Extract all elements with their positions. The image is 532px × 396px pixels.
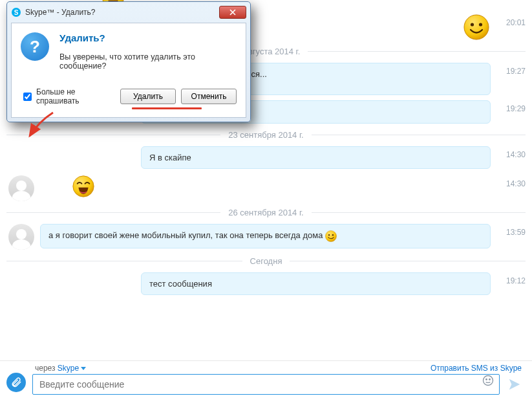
dialog-titlebar[interactable]: Skype™ - Удалить? <box>7 2 250 23</box>
delete-confirm-dialog: Skype™ - Удалить? ? Удалить? Вы уверены,… <box>6 1 251 122</box>
avatar[interactable] <box>8 175 34 201</box>
timestamp: 19:12 <box>495 272 526 285</box>
svg-point-7 <box>486 379 487 380</box>
via-skype-link[interactable]: Skype <box>58 364 79 373</box>
dialog-heading: Удалить? <box>59 32 237 43</box>
timestamp: 20:01 <box>495 14 526 27</box>
dont-ask-checkbox-label[interactable]: Больше не спрашивать <box>21 87 115 105</box>
timestamp: 13:59 <box>495 224 526 237</box>
timestamp: 14:30 <box>495 146 526 159</box>
close-button[interactable] <box>219 6 246 19</box>
message-bubble[interactable]: тест сообщения <box>141 272 491 295</box>
message-input[interactable] <box>32 374 500 395</box>
timestamp: 14:30 <box>495 175 526 188</box>
date-separator: 23 сентября 2014 г. <box>6 130 526 140</box>
svg-point-6 <box>484 376 493 386</box>
timestamp: 19:27 <box>495 63 526 76</box>
avatar[interactable] <box>8 224 34 250</box>
laugh-emoji-icon <box>72 175 94 197</box>
svg-point-8 <box>489 379 491 380</box>
attach-button[interactable] <box>6 373 26 392</box>
question-icon: ? <box>21 32 49 61</box>
emoji-picker-button[interactable] <box>482 374 495 389</box>
dont-ask-checkbox[interactable] <box>23 93 32 101</box>
dialog-message: Вы уверены, что хотите удалить это сообщ… <box>59 52 237 71</box>
date-separator: 26 сентября 2014 г. <box>6 208 526 217</box>
message-bubble[interactable]: а я говорит своей жене мобильный купил, … <box>40 224 491 248</box>
send-button[interactable] <box>505 375 524 394</box>
composer: через Skype Отправить SMS из Skype <box>0 361 532 396</box>
timestamp: 19:51 <box>495 0 526 1</box>
chevron-down-icon[interactable] <box>81 367 86 370</box>
dialog-window-title: Skype™ - Удалить? <box>25 8 96 17</box>
message-bubble[interactable]: Я в скайпе <box>141 146 491 169</box>
skype-icon <box>11 7 21 17</box>
date-separator: Сегодня <box>6 256 526 266</box>
smile-emoji-icon <box>325 230 337 242</box>
via-label: через Skype <box>35 364 86 373</box>
send-sms-link[interactable]: Отправить SMS из Skype <box>431 364 522 373</box>
delete-button[interactable]: Удалить <box>120 89 176 104</box>
cancel-button[interactable]: Отменить <box>181 89 237 104</box>
timestamp: 19:29 <box>495 100 526 113</box>
annotation-underline <box>132 107 202 109</box>
smile-emoji-icon <box>463 14 489 40</box>
message-text: а я говорит своей жене мобильный купил, … <box>48 230 325 240</box>
